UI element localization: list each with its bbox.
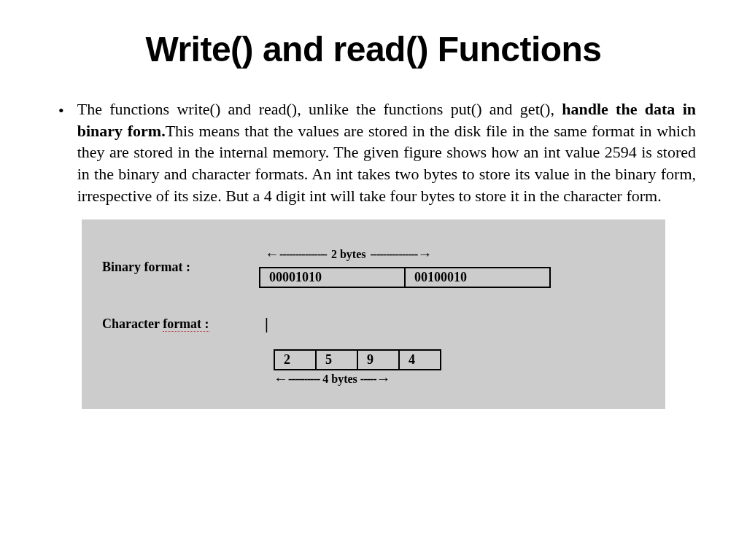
character-format-content: | bbox=[259, 314, 645, 333]
char-byte-cell: 4 bbox=[400, 351, 440, 369]
text-cursor-icon: | bbox=[265, 314, 268, 333]
binary-bytes-box: 00001010 00100010 bbox=[259, 267, 551, 288]
dashes: --------------- bbox=[370, 248, 417, 261]
binary-format-label: Binary format : bbox=[102, 260, 259, 275]
dashes: ----- bbox=[360, 373, 376, 386]
figure-panel: Binary format : ← --------------- 2 byte… bbox=[82, 219, 665, 409]
bullet-text: The functions write() and read(), unlike… bbox=[77, 98, 696, 206]
arrow-right-icon: → bbox=[417, 246, 432, 262]
arrow-left-icon: ← bbox=[274, 370, 288, 387]
slide: Write() and read() Functions • The funct… bbox=[0, 0, 747, 560]
character-format-row: Character format : | bbox=[102, 314, 645, 333]
binary-format-row: Binary format : ← --------------- 2 byte… bbox=[102, 246, 645, 288]
slide-title: Write() and read() Functions bbox=[44, 29, 703, 69]
binary-byte-cell: 00100010 bbox=[406, 268, 549, 287]
bullet-text-start: The functions write() and read(), unlike… bbox=[77, 100, 562, 118]
binary-bytes-arrow: ← --------------- 2 bytes --------------… bbox=[265, 246, 432, 262]
char-byte-cell: 2 bbox=[275, 351, 317, 369]
char-byte-cell: 9 bbox=[358, 351, 400, 369]
dashes: ---------- bbox=[288, 373, 320, 386]
binary-byte-cell: 00001010 bbox=[260, 268, 406, 287]
bullet-item: • The functions write() and read(), unli… bbox=[44, 98, 703, 206]
character-format-label: Character format : bbox=[102, 316, 259, 332]
binary-format-content: ← --------------- 2 bytes --------------… bbox=[259, 246, 645, 288]
bullet-text-end: This means that the values are stored in… bbox=[77, 122, 696, 205]
char-byte-cell: 5 bbox=[317, 351, 358, 369]
bullet-dot: • bbox=[58, 100, 64, 122]
binary-bytes-text: 2 bytes bbox=[327, 248, 371, 261]
character-bytes-area: 2 5 9 4 ← ---------- 4 bytes ----- → bbox=[266, 349, 645, 387]
dashes: --------------- bbox=[279, 248, 327, 261]
arrow-right-icon: → bbox=[376, 370, 390, 387]
char-label-underlined: format : bbox=[163, 316, 209, 332]
char-label-plain: Character bbox=[102, 316, 163, 331]
character-bytes-arrow: ← ---------- 4 bytes ----- → bbox=[274, 370, 645, 387]
character-bytes-box: 2 5 9 4 bbox=[274, 349, 441, 370]
char-bytes-text: 4 bytes bbox=[320, 373, 360, 386]
arrow-left-icon: ← bbox=[265, 246, 279, 262]
